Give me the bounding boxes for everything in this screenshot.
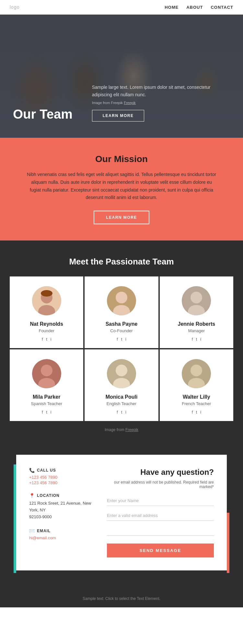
- avatar: [107, 286, 136, 315]
- team-title: Meet the Passionate Team: [10, 257, 233, 267]
- email-link[interactable]: hi@email.com: [29, 535, 94, 540]
- twitter-icon[interactable]: t: [46, 337, 47, 342]
- contact-inner: 📞 CALL US +123 456 7890 +123 456 7890 📍 …: [29, 468, 214, 557]
- twitter-icon[interactable]: t: [121, 410, 122, 415]
- twitter-icon[interactable]: t: [121, 337, 122, 342]
- phone-icon: 📞: [29, 468, 35, 473]
- contact-title: Have any question?: [107, 468, 214, 477]
- navbar: logo HOME ABOUT CONTACT: [0, 0, 243, 15]
- facebook-icon[interactable]: f: [42, 410, 43, 415]
- social-icons: f t i: [42, 337, 51, 342]
- location-label: 📍 LOCATION: [29, 493, 94, 498]
- member-role: Founder: [39, 328, 54, 333]
- instagram-icon[interactable]: i: [125, 337, 126, 342]
- team-card: Walter Lilly French Teacher f t i: [160, 349, 233, 421]
- mission-body: Nibh venenatis cras sed felis eget velit…: [26, 171, 217, 202]
- instagram-icon[interactable]: i: [200, 410, 201, 415]
- facebook-icon[interactable]: f: [117, 337, 118, 342]
- email-block: ✉️ EMAIL hi@email.com: [29, 528, 94, 540]
- location-block: 📍 LOCATION 121 Rock Sreet, 21 Avenue, Ne…: [29, 493, 94, 520]
- team-card: Jennie Roberts Manager f t i: [160, 276, 233, 348]
- logo: logo: [10, 5, 19, 10]
- member-name: Nat Reynolds: [30, 321, 63, 327]
- team-card: Monica Pouli English Teacher f t i: [85, 349, 158, 421]
- svg-point-17: [191, 365, 202, 376]
- svg-point-11: [41, 365, 52, 376]
- nav-links: HOME ABOUT CONTACT: [165, 5, 233, 10]
- avatar: [32, 359, 61, 388]
- member-name: Jennie Roberts: [178, 321, 215, 327]
- avatar: [107, 359, 136, 388]
- mission-title: Our Mission: [26, 154, 217, 164]
- name-field-group: [107, 496, 214, 506]
- team-image-credit: Image from Freepik: [10, 427, 233, 439]
- send-message-button[interactable]: SEND MESSAGE: [107, 544, 214, 557]
- hero-description: Sample large text. Lorem ipsum dolor sit…: [92, 84, 230, 98]
- location-icon: 📍: [29, 493, 35, 498]
- svg-point-8: [191, 292, 202, 303]
- instagram-icon[interactable]: i: [51, 337, 52, 342]
- member-name: Walter Lilly: [183, 394, 210, 400]
- footer: Sample text: Click to select the Text El…: [0, 590, 243, 607]
- nav-contact[interactable]: CONTACT: [211, 5, 233, 10]
- message-field-group: [107, 525, 214, 536]
- footer-text: Sample text: Click to select the Text El…: [6, 596, 237, 601]
- hero-section: Our Team Sample large text. Lorem ipsum …: [0, 15, 243, 138]
- svg-point-5: [116, 292, 127, 303]
- hero-title: Our Team: [13, 107, 73, 122]
- message-input[interactable]: [107, 525, 214, 536]
- nav-about[interactable]: ABOUT: [186, 5, 203, 10]
- team-grid: Nat Reynolds Founder f t i Sasha Payne C…: [10, 276, 233, 421]
- call-block: 📞 CALL US +123 456 7890 +123 456 7890: [29, 468, 94, 485]
- contact-left: 📞 CALL US +123 456 7890 +123 456 7890 📍 …: [29, 468, 94, 557]
- email-label: ✉️ EMAIL: [29, 528, 94, 533]
- avatar: [32, 286, 61, 315]
- instagram-icon[interactable]: i: [51, 410, 52, 415]
- hero-image-credit: Image from Freepik Freepik: [92, 101, 230, 105]
- svg-point-3: [41, 290, 52, 297]
- member-role: French Teacher: [182, 401, 211, 406]
- member-role: English Teacher: [107, 401, 136, 406]
- social-icons: f t i: [42, 410, 51, 415]
- team-card: Mila Parker Spanish Teacher f t i: [10, 349, 83, 421]
- facebook-icon[interactable]: f: [192, 410, 193, 415]
- member-role: Manager: [188, 328, 205, 333]
- avatar: [182, 286, 211, 315]
- instagram-icon[interactable]: i: [125, 410, 126, 415]
- nav-home[interactable]: HOME: [165, 5, 179, 10]
- facebook-icon[interactable]: f: [42, 337, 43, 342]
- address-text: 121 Rock Sreet, 21 Avenue, New York, NY …: [29, 500, 94, 520]
- svg-point-14: [116, 365, 127, 376]
- call-label: 📞 CALL US: [29, 468, 94, 473]
- team-card: Sasha Payne Co-Founder f t i: [85, 276, 158, 348]
- member-name: Sasha Payne: [106, 321, 138, 327]
- hero-right: Sample large text. Lorem ipsum dolor sit…: [92, 84, 230, 122]
- avatar: [182, 359, 211, 388]
- facebook-icon[interactable]: f: [192, 337, 193, 342]
- member-name: Mila Parker: [33, 394, 60, 400]
- twitter-icon[interactable]: t: [196, 410, 197, 415]
- twitter-icon[interactable]: t: [196, 337, 197, 342]
- contact-card: 📞 CALL US +123 456 7890 +123 456 7890 📍 …: [16, 455, 227, 570]
- phone-link-2[interactable]: +123 456 7890: [29, 480, 94, 485]
- mission-learn-more-button[interactable]: LEARN MORE: [94, 211, 149, 224]
- contact-section: 📞 CALL US +123 456 7890 +123 456 7890 📍 …: [0, 448, 243, 590]
- email-input[interactable]: [107, 510, 214, 521]
- member-name: Monica Pouli: [106, 394, 138, 400]
- name-input[interactable]: [107, 496, 214, 506]
- team-card: Nat Reynolds Founder f t i: [10, 276, 83, 348]
- email-icon: ✉️: [29, 528, 35, 533]
- facebook-icon[interactable]: f: [117, 410, 118, 415]
- social-icons: f t i: [117, 337, 126, 342]
- phone-link-1[interactable]: +123 456 7890: [29, 475, 94, 480]
- social-icons: f t i: [192, 337, 201, 342]
- freepik-link[interactable]: Freepik: [125, 427, 138, 432]
- social-icons: f t i: [192, 410, 201, 415]
- email-field-group: [107, 510, 214, 521]
- twitter-icon[interactable]: t: [46, 410, 47, 415]
- mission-section: Our Mission Nibh venenatis cras sed feli…: [0, 138, 243, 240]
- instagram-icon[interactable]: i: [200, 337, 201, 342]
- hero-learn-more-button[interactable]: LEARN MORE: [92, 110, 145, 122]
- member-role: Spanish Teacher: [31, 401, 62, 406]
- contact-right: Have any question? our email address wil…: [107, 468, 214, 557]
